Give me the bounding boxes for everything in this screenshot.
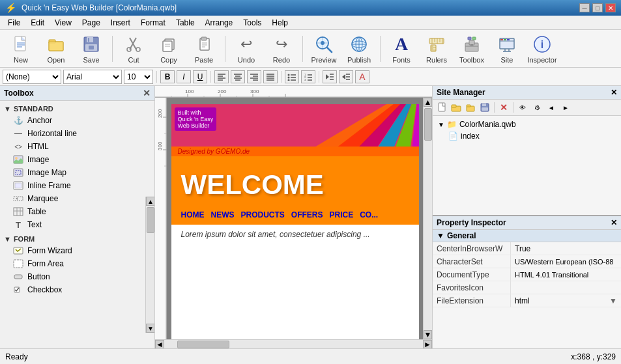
- paste-button[interactable]: Paste: [187, 33, 221, 65]
- align-right-button[interactable]: [247, 70, 261, 83]
- svg-marker-107: [16, 197, 18, 200]
- toolbox-item-text[interactable]: T Text: [0, 218, 154, 231]
- site-manager-close[interactable]: ✕: [611, 88, 617, 97]
- toolbox-item-anchor[interactable]: ⚓ Anchor: [0, 114, 154, 127]
- indent-button[interactable]: [323, 70, 337, 83]
- size-select[interactable]: 10: [124, 70, 153, 84]
- vscroll-thumb[interactable]: [424, 108, 432, 141]
- toolbox-item-checkbox[interactable]: Checkbox: [0, 283, 154, 296]
- toolbox-scroll-up[interactable]: ▲: [146, 197, 155, 206]
- restore-button[interactable]: □: [592, 3, 603, 12]
- toolbox-item-iframe[interactable]: Inline Frame: [0, 179, 154, 192]
- toolbox-item-table[interactable]: Table: [0, 205, 154, 218]
- style-select[interactable]: (None): [3, 70, 61, 84]
- hscroll-thumb[interactable]: [177, 341, 229, 348]
- nav-price[interactable]: PRICE: [330, 210, 354, 219]
- svg-point-79: [288, 74, 290, 76]
- hscroll-left-button[interactable]: ◄: [155, 340, 164, 349]
- pi-close-button[interactable]: ✕: [611, 218, 617, 227]
- nav-offers[interactable]: OFFERS: [291, 210, 323, 219]
- toolbox-item-imagemap[interactable]: Image Map: [0, 166, 154, 179]
- underline-button[interactable]: U: [193, 70, 207, 83]
- menu-file[interactable]: File: [3, 17, 25, 29]
- unordered-list-button[interactable]: [285, 70, 299, 83]
- toolbox-button[interactable]: Toolbox: [455, 33, 489, 65]
- align-center-button[interactable]: [231, 70, 245, 83]
- menu-format[interactable]: Format: [136, 17, 171, 29]
- ordered-list-button[interactable]: 1.2.3.: [301, 70, 315, 83]
- toolbox-item-button[interactable]: Button: [0, 270, 154, 283]
- color-button[interactable]: A: [355, 70, 369, 83]
- menu-view[interactable]: View: [50, 17, 77, 29]
- welcome-section: WELCOME: [171, 156, 419, 207]
- window-title: Quick 'n Easy Web Builder [ColorMania.qw…: [22, 3, 177, 12]
- sm-preview-button[interactable]: 👁: [516, 102, 529, 113]
- inspector-button[interactable]: i Inspector: [525, 33, 559, 65]
- align-left-button[interactable]: [214, 70, 229, 83]
- bold-button[interactable]: B: [160, 70, 175, 83]
- toolbox-item-formwizard[interactable]: Form Wizard: [0, 244, 154, 257]
- nav-more[interactable]: CO...: [360, 210, 378, 219]
- undo-button[interactable]: ↩ Undo: [229, 33, 263, 65]
- pi-label-doctype: DocumentType: [433, 268, 511, 281]
- nav-home[interactable]: HOME: [181, 210, 205, 219]
- menu-help[interactable]: Help: [267, 17, 293, 29]
- tree-root[interactable]: ▼ 📁 ColorMania.qwb: [435, 119, 618, 130]
- preview-button[interactable]: Preview: [307, 33, 341, 65]
- toolbox-item-hline[interactable]: Horizontal line: [0, 127, 154, 140]
- sm-open-button[interactable]: [464, 102, 477, 113]
- canvas-viewport[interactable]: Built with Quick 'n Easy Web Builder: [167, 98, 423, 339]
- sm-save-button[interactable]: [478, 102, 491, 113]
- form-section-header[interactable]: ▼ FORM: [0, 234, 154, 244]
- menu-table[interactable]: Table: [171, 17, 200, 29]
- svg-text:i: i: [541, 39, 543, 50]
- standard-section-header[interactable]: ▼ STANDARD: [0, 104, 154, 114]
- sm-back-button[interactable]: ◄: [545, 102, 558, 113]
- close-button[interactable]: ✕: [605, 3, 616, 12]
- menu-insert[interactable]: Insert: [106, 17, 136, 29]
- minimize-button[interactable]: ─: [579, 3, 590, 12]
- justify-button[interactable]: [263, 70, 278, 83]
- rulers-button[interactable]: Rulers: [420, 33, 454, 65]
- tree-index[interactable]: 📄 index: [435, 130, 618, 142]
- sm-forward-button[interactable]: ►: [559, 102, 572, 113]
- toolbox-scrollbar-thumb[interactable]: [147, 207, 154, 233]
- nav-news[interactable]: NEWS: [211, 210, 235, 219]
- redo-button[interactable]: ↪ Redo: [265, 33, 298, 65]
- toolbox-item-image[interactable]: Image: [0, 153, 154, 166]
- fonts-button[interactable]: A Fonts: [384, 33, 418, 65]
- outdent-button[interactable]: [339, 70, 353, 83]
- copy-button[interactable]: Copy: [152, 33, 186, 65]
- open-button[interactable]: Open: [39, 33, 73, 65]
- svg-rect-11: [89, 46, 94, 49]
- save-button[interactable]: Save: [74, 33, 108, 65]
- pi-general-section[interactable]: ▼ General: [433, 230, 621, 242]
- pi-row-favicons: FavoritesIcon: [433, 281, 621, 294]
- sm-new-folder-button[interactable]: [450, 102, 463, 113]
- pi-dropdown-fileext[interactable]: ▼: [609, 296, 617, 305]
- menu-tools[interactable]: Tools: [238, 17, 267, 29]
- sm-new-file-button[interactable]: [435, 102, 448, 113]
- site-button[interactable]: Site: [490, 33, 524, 65]
- toolbox-item-marquee[interactable]: Marquee: [0, 192, 154, 205]
- new-button[interactable]: New: [4, 33, 38, 65]
- vscroll-up-button[interactable]: ▲: [424, 98, 432, 107]
- toolbox-item-formarea[interactable]: Form Area: [0, 257, 154, 270]
- menu-edit[interactable]: Edit: [25, 17, 50, 29]
- font-select[interactable]: Arial: [63, 70, 122, 84]
- toolbox-close-button[interactable]: ✕: [143, 88, 151, 98]
- menu-arrange[interactable]: Arrange: [200, 17, 238, 29]
- italic-button[interactable]: I: [177, 70, 191, 83]
- sm-settings-button[interactable]: ⚙: [530, 102, 543, 113]
- hscroll-right-button[interactable]: ►: [423, 340, 432, 349]
- cut-button[interactable]: Cut: [117, 33, 151, 65]
- toolbox-icon: [461, 34, 482, 55]
- publish-button[interactable]: Publish: [342, 33, 376, 65]
- toolbar-sep-4: [380, 36, 381, 62]
- toolbox-item-html[interactable]: <> HTML: [0, 140, 154, 153]
- sm-delete-button[interactable]: ✕: [497, 102, 510, 113]
- vscroll-down-button[interactable]: ▼: [424, 330, 432, 339]
- toolbox-scroll-down[interactable]: ▼: [146, 324, 155, 333]
- nav-products[interactable]: PRODUCTS: [241, 210, 285, 219]
- menu-page[interactable]: Page: [77, 17, 106, 29]
